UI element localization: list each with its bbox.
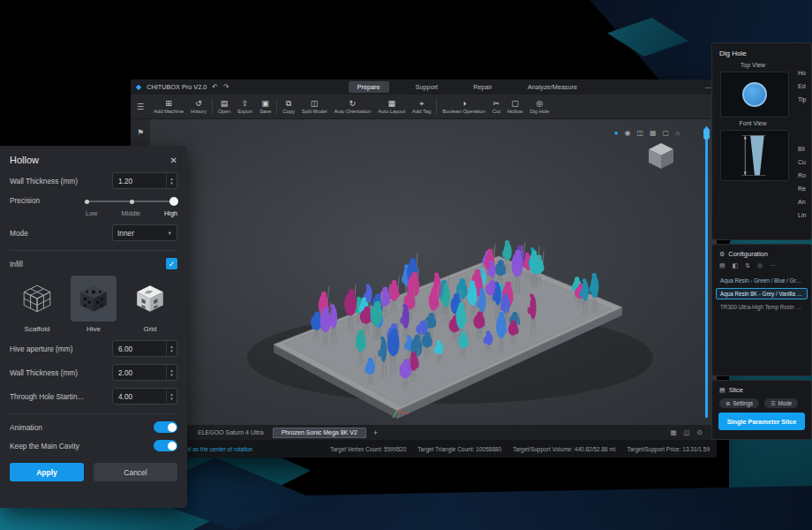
tab-repair[interactable]: Repair [464,81,501,93]
toolbar-boolean-operation[interactable]: ◑ Boolean Operation [439,95,488,118]
side-label: Ed [798,80,806,93]
more-icon[interactable]: ⋯ [770,262,776,269]
viewport-3d[interactable]: ● ◉ ◫ ▦ ▢ ⌂ [150,119,717,425]
keep-cavity-toggle[interactable] [154,440,177,451]
open-icon: ▤ [221,99,229,108]
infill-card-hive[interactable]: Hive [67,276,120,333]
wireframe-icon[interactable]: ◫ [636,129,643,137]
dig-hole-panel: Dig Hole Top View Font View Ho Ed Tip Bl… [711,42,812,240]
animation-label: Animation [10,423,42,432]
infill-card-grid[interactable]: Grid [124,276,177,333]
infill-checkbox[interactable]: ✓ [166,258,177,269]
view-cube[interactable] [646,141,676,171]
hollow-dialog-title: Hollow [10,155,39,165]
slider-dot-middle[interactable] [130,200,134,204]
sort-icon[interactable]: ⇅ [745,262,750,269]
toolbar-copy[interactable]: ⧉ Copy [279,95,298,118]
tabbar-right-icons: ▦ ◫ ⊙ [671,428,703,436]
toolbar-history[interactable]: ↺ History [187,95,210,118]
close-icon[interactable]: ✕ [170,155,177,165]
cut-icon: ✂ [492,99,500,108]
slice-mode-button[interactable]: ☰ Mode [764,398,798,408]
side-label: Re [798,182,806,195]
rotation-center-magnet-icon[interactable]: ⚑ [137,128,144,137]
perspective-icon[interactable]: ● [614,129,619,137]
layer-height-slider[interactable] [705,126,708,418]
spin-down-icon[interactable]: ▼ [169,181,173,186]
search-icon[interactable]: ⊙ [757,262,763,269]
spinner-arrows[interactable]: ▲ ▼ [166,389,177,404]
spin-down-icon[interactable]: ▼ [169,373,173,377]
machine-tab-elegoo[interactable]: ELEGOO Saturn 4 Ultra [189,428,273,438]
add-machine-icon: ⊞ [165,99,172,108]
toolbar-dig-hole[interactable]: ◎ Dig Hole [526,95,553,118]
hive-aperture-spinner[interactable]: 6.00 ▲ ▼ [112,340,177,357]
add-machine-tab-button[interactable]: + [373,428,378,437]
precision-slider[interactable] [86,196,177,207]
spinner-arrows[interactable]: ▲ ▼ [166,341,177,356]
home-view-icon[interactable]: ⌂ [675,129,680,137]
view-split-icon[interactable]: ◫ [684,428,690,436]
wall-thickness-spinner[interactable]: 1.20 ▲ ▼ [112,172,177,189]
toolbar: ☰ ⊞ Add Machine ↺ History ▤ Open ⇪ Expor… [131,95,717,119]
side-label: Bli [798,142,806,155]
toolbar-cut[interactable]: ✂ Cut [489,95,504,118]
through-hole-spinner[interactable]: 4.00 ▲ ▼ [112,388,177,405]
toolbar-hollow[interactable]: ▢ Hollow [504,95,526,118]
hamburger-menu-icon[interactable]: ☰ [131,95,150,118]
undo-icon[interactable]: ↶ [212,84,218,91]
toggle-knob [168,442,177,450]
chevron-down-icon: ▼ [168,231,172,236]
wall-thickness2-spinner[interactable]: 2.00 ▲ ▼ [112,364,177,381]
resin-profile-item-selected[interactable]: Aqua Resin 8K - Grey / Vanilla / Snow-..… [716,288,808,299]
3d-scene[interactable] [150,119,717,425]
minimize-button[interactable]: ― [705,84,711,90]
spin-down-icon[interactable]: ▼ [169,349,173,353]
animation-toggle[interactable] [154,421,177,433]
right-panel-column: Dig Hole Top View Font View Ho Ed Tip Bl… [711,0,812,530]
spin-down-icon[interactable]: ▼ [169,397,173,401]
toolbar-export[interactable]: ⇪ Export [234,95,256,118]
slice-settings-button[interactable]: ⚙ Settings [719,398,759,408]
layer-slider-handle[interactable] [703,128,710,140]
viewport-view-icons: ● ◉ ◫ ▦ ▢ ⌂ [614,129,680,137]
view-grid-icon[interactable]: ▦ [671,428,677,436]
wall-thickness-label: Wall Thickness (mm) [10,177,78,186]
machine-tab-bar: ELEGOO Saturn 4 Ultra Phrozen Sonic Mega… [131,425,717,440]
cancel-button[interactable]: Cancel [94,463,177,481]
resin-profile-item[interactable]: Aqua Resin - Green / Blue / Gray-4k / L.… [716,275,808,286]
section-icon[interactable]: ▢ [663,129,670,137]
spinner-arrows[interactable]: ▲ ▼ [166,173,177,188]
grid-icon[interactable]: ▦ [650,129,657,137]
infill-card-scaffold[interactable]: Scaffold [11,276,64,333]
resin-profile-item[interactable]: TR300 Ultra-High Temp Resin - 50um [716,301,808,313]
toolbar-add-machine[interactable]: ⊞ Add Machine [150,95,187,118]
mode-dropdown[interactable]: Inner ▼ [112,224,177,241]
toolbar-open[interactable]: ▤ Open [214,95,234,118]
apply-button[interactable]: Apply [10,463,84,481]
through-hole-label: Through Hole Startin... [10,392,83,401]
machine-tab-phrozen[interactable]: Phrozen Sonic Mega 8K V2 [273,428,366,438]
precision-slider-handle[interactable] [169,197,178,206]
toolbar-auto-orientation[interactable]: ↻ Auto Orientation [330,95,374,118]
target-support-price: Target/Support Price: 13.31/1.59 [627,446,710,452]
tab-prepare[interactable]: Prepare [349,81,389,93]
spinner-arrows[interactable]: ▲ ▼ [166,365,177,380]
toolbar-save[interactable]: ▣ Save [256,95,274,118]
main-window: ◆ CHITUBOX Pro V2.0 ↶ ↷ Prepare Support … [131,80,717,458]
tab-analyze-measure[interactable]: Analyze/Measure [519,81,586,93]
side-label: Ro [798,169,806,182]
single-parameter-slice-button[interactable]: Single Parameter Slice [718,413,805,430]
slider-dot-low[interactable] [85,200,89,204]
redo-icon[interactable]: ↷ [223,84,229,91]
eye-icon[interactable]: ◉ [624,129,630,137]
front-view-label: Font View [712,120,793,126]
tab-support[interactable]: Support [407,81,447,93]
auto-orientation-icon: ↻ [350,99,357,108]
toolbar-auto-layout[interactable]: ▦ Auto Layout [374,95,409,118]
toolbar-split-model[interactable]: ◫ Split Model [298,95,331,118]
view-zoom-icon[interactable]: ⊙ [697,428,703,436]
toolbar-add-tag[interactable]: ⌖ Add Tag [409,95,434,118]
machine-profile-icon[interactable]: ▤ [719,262,726,269]
resin-profile-icon[interactable]: ◧ [733,262,739,269]
